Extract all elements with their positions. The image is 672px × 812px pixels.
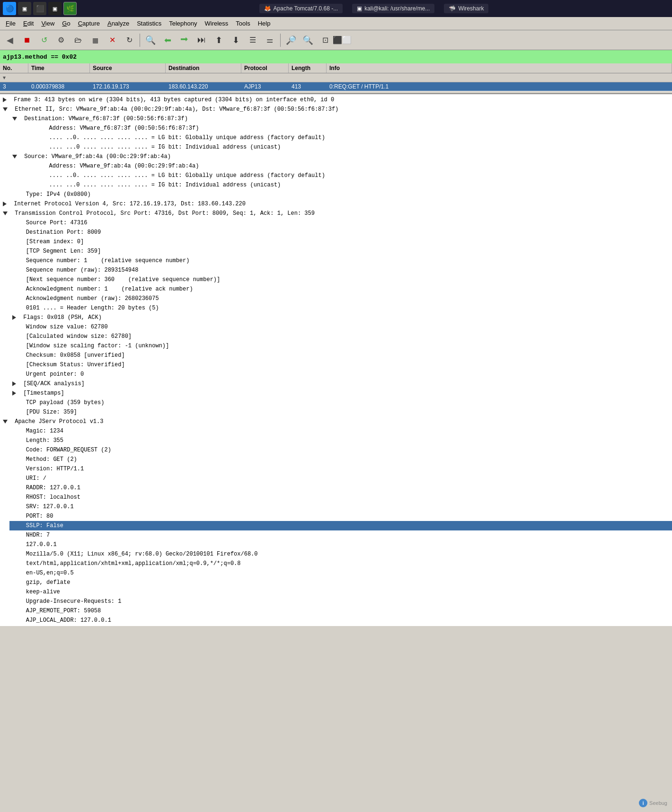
detail-seq-ack-header[interactable]: [SEQ/ACK analysis] xyxy=(9,379,672,388)
packet-protocol: AJP13 xyxy=(241,82,289,91)
packet-info: 0:REQ:GET / HTTP/1.1 xyxy=(327,82,672,91)
taskbar-tab-terminal[interactable]: ▣ kali@kali: /usr/share/me... xyxy=(352,4,434,13)
ajp-ua: Mozilla/5.0 (X11; Linux x86_64; rv:68.0)… xyxy=(9,549,672,559)
taskbar-app-icon-5[interactable]: 🌿 xyxy=(63,2,77,15)
taskbar-tab-firefox[interactable]: 🦊 Apache Tomcat/7.0.68 -... xyxy=(259,4,343,13)
tcp-ack: Acknowledgment number: 1 (relative ack n… xyxy=(9,284,672,294)
packet-row[interactable]: 3 0.000379838 172.16.19.173 183.60.143.2… xyxy=(0,82,672,91)
menu-help[interactable]: Help xyxy=(254,19,274,28)
ajp-nhdr: NHDR: 7 xyxy=(9,530,672,540)
ajp-content: Magic: 1234 Length: 355 Code: FORWARD_RE… xyxy=(0,426,672,625)
toolbar-btn-arrow-up[interactable]: ⬆ xyxy=(211,32,227,48)
packet-no: 3 xyxy=(0,82,28,91)
col-destination[interactable]: Destination xyxy=(166,63,241,73)
tcp-pdu-size: [PDU Size: 359] xyxy=(9,407,672,417)
ethernet-content: Destination: VMware_f6:87:3f (00:50:56:f… xyxy=(0,114,672,199)
ajp-raddr: RADDR: 127.0.0.1 xyxy=(9,483,672,493)
tcp-seq: Sequence number: 1 (relative sequence nu… xyxy=(9,256,672,265)
ajp-upgrade-insecure: Upgrade-Insecure-Requests: 1 xyxy=(9,597,672,606)
packet-source: 172.16.19.173 xyxy=(90,82,166,91)
detail-src-header[interactable]: Source: VMware_9f:ab:4a (00:0c:29:9f:ab:… xyxy=(9,152,672,161)
detail-ip-header[interactable]: Internet Protocol Version 4, Src: 172.16… xyxy=(0,199,672,209)
detail-ethernet-header[interactable]: Ethernet II, Src: VMware_9f:ab:4a (00:0c… xyxy=(0,105,672,114)
detail-dst-header[interactable]: Destination: VMware_f6:87:3f (00:50:56:f… xyxy=(9,114,672,124)
taskbar-app-icon-3[interactable]: ⬛ xyxy=(33,2,46,15)
taskbar-tab-wireshark-label: Wireshark xyxy=(458,5,484,12)
dst-content: Address: VMware_f6:87:3f (00:50:56:f6:87… xyxy=(9,124,672,152)
tcp-window: Window size value: 62780 xyxy=(9,322,672,332)
detail-ajp-header[interactable]: Apache JServ Protocol v1.3 xyxy=(0,417,672,426)
ajp-magic: Magic: 1234 xyxy=(9,426,672,436)
packet-list: No. Time Source Destination Protocol Len… xyxy=(0,63,672,91)
toolbar-btn-restart[interactable]: ↺ xyxy=(36,32,52,48)
menu-view[interactable]: View xyxy=(37,19,58,28)
packet-list-header: No. Time Source Destination Protocol Len… xyxy=(0,63,672,73)
ethernet-expand-icon xyxy=(3,107,8,111)
toolbar-btn-jump-right[interactable]: ⏭ xyxy=(194,32,210,48)
taskbar-app-icon-1[interactable]: 🔵 xyxy=(3,2,16,15)
menu-analyze[interactable]: Analyze xyxy=(104,19,133,28)
toolbar-btn-x[interactable]: ✕ xyxy=(104,32,120,48)
src-expand-icon xyxy=(12,155,17,159)
menu-capture[interactable]: Capture xyxy=(74,19,104,28)
detail-tcp-header[interactable]: Transmission Control Protocol, Src Port:… xyxy=(0,209,672,218)
toolbar-btn-arrow-left[interactable]: ⬅ xyxy=(159,32,176,48)
toolbar-btn-arrow-right[interactable]: ⮕ xyxy=(177,32,193,48)
toolbar-btn-table[interactable]: ▦ xyxy=(87,32,103,48)
menu-edit[interactable]: Edit xyxy=(19,19,37,28)
col-no[interactable]: No. xyxy=(0,63,28,73)
dst-header-text: Destination: VMware_f6:87:3f (00:50:56:f… xyxy=(21,115,188,123)
seq-ack-expand-icon xyxy=(12,381,16,386)
toolbar-btn-zoom-fit[interactable]: ⊡ xyxy=(317,32,333,48)
tcp-seg-len: [TCP Segment Len: 359] xyxy=(9,247,672,256)
ajp-sslp[interactable]: SSLP: False xyxy=(9,521,672,530)
frame-expand-icon xyxy=(3,97,7,102)
packet-expand-arrow[interactable]: ▾ xyxy=(0,73,28,82)
taskbar: 🔵 ▣ ⬛ ▣ 🌿 🦊 Apache Tomcat/7.0.68 -... ▣ … xyxy=(0,0,672,17)
menu-go[interactable]: Go xyxy=(58,19,74,28)
toolbar-btn-zoom-in[interactable]: 🔎 xyxy=(283,32,299,48)
toolbar-btn-refresh[interactable]: ↻ xyxy=(121,32,137,48)
taskbar-app-icon-2[interactable]: ▣ xyxy=(18,2,31,15)
taskbar-app-icon-4[interactable]: ▣ xyxy=(48,2,62,15)
seq-ack-header-text: [SEQ/ACK analysis] xyxy=(20,380,85,388)
menu-statistics[interactable]: Statistics xyxy=(133,19,165,28)
taskbar-tab-wireshark[interactable]: 🦈 Wireshark xyxy=(444,4,488,13)
col-time[interactable]: Time xyxy=(28,63,90,73)
col-length[interactable]: Length xyxy=(289,63,327,73)
toolbar-btn-search[interactable]: 🔍 xyxy=(142,32,159,48)
tcp-window-scale: [Window size scaling factor: -1 (unknown… xyxy=(9,341,672,351)
col-info[interactable]: Info xyxy=(327,63,672,73)
menu-telephony[interactable]: Telephony xyxy=(165,19,201,28)
tcp-urgent: Urgent pointer: 0 xyxy=(9,370,672,379)
toolbar-btn-open[interactable]: 🗁 xyxy=(70,32,86,48)
ajp-accept: text/html,application/xhtml+xml,applicat… xyxy=(9,559,672,568)
toolbar-btn-columns[interactable]: ⚌ xyxy=(262,32,278,48)
menu-tools[interactable]: Tools xyxy=(232,19,254,28)
tcp-expand-icon xyxy=(3,212,8,215)
toolbar-btn-color[interactable]: ⬛⬜ xyxy=(334,32,350,48)
toolbar-btn-settings[interactable]: ⚙ xyxy=(53,32,69,48)
packet-length: 413 xyxy=(289,82,327,91)
taskbar-tab-firefox-label: Apache Tomcat/7.0.68 -... xyxy=(274,5,338,12)
ajp-connection: keep-alive xyxy=(9,587,672,597)
packet-destination: 183.60.143.220 xyxy=(166,82,241,91)
col-protocol[interactable]: Protocol xyxy=(241,63,289,73)
frame-header-text: Frame 3: 413 bytes on wire (3304 bits), … xyxy=(10,96,334,104)
toolbar-btn-list[interactable]: ☰ xyxy=(245,32,261,48)
toolbar-btn-stop[interactable]: ■ xyxy=(19,32,35,48)
detail-flags-header[interactable]: Flags: 0x018 (PSH, ACK) xyxy=(9,313,672,322)
detail-timestamps-header[interactable]: [Timestamps] xyxy=(9,388,672,398)
detail-frame-header[interactable]: Frame 3: 413 bytes on wire (3304 bits), … xyxy=(0,95,672,105)
col-source[interactable]: Source xyxy=(90,63,166,73)
detail-dst-ig: .... ...0 .... .... .... .... = IG bit: … xyxy=(19,142,672,152)
toolbar-btn-back[interactable]: ◀ xyxy=(2,32,18,48)
menu-wireless[interactable]: Wireless xyxy=(201,19,232,28)
toolbar-btn-arrow-down[interactable]: ⬇ xyxy=(228,32,244,48)
ajp-expand-icon xyxy=(3,420,8,424)
menu-file[interactable]: File xyxy=(2,19,19,28)
detail-dst-addr: Address: VMware_f6:87:3f (00:50:56:f6:87… xyxy=(19,124,672,133)
ajp-ip1: 127.0.0.1 xyxy=(9,540,672,549)
toolbar-btn-zoom-out[interactable]: 🔎 xyxy=(300,32,316,48)
menubar: File Edit View Go Capture Analyze Statis… xyxy=(0,17,672,30)
